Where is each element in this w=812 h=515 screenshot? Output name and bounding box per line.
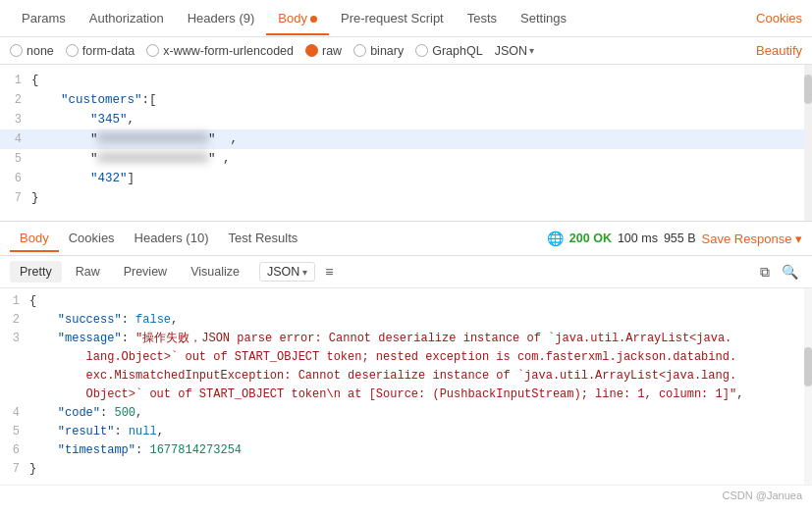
resp-line-4: 4 "code": 500, — [0, 404, 812, 423]
tab-settings[interactable]: Settings — [509, 3, 578, 35]
req-line-3: 3 "345", — [0, 110, 812, 129]
response-meta: 🌐 200 OK 100 ms 955 B Save Response ▾ — [547, 231, 802, 246]
copy-icon[interactable]: ⧉ — [760, 264, 770, 281]
tab-authorization[interactable]: Authorization — [78, 3, 176, 35]
chevron-down-icon: ▾ — [795, 232, 802, 246]
response-tab-cookies[interactable]: Cookies — [59, 226, 125, 252]
request-body-editor[interactable]: 1 { 2 "customers":[ 3 "345", 4 "XXXXXXXX… — [0, 65, 812, 222]
filter-icon[interactable]: ≡ — [325, 264, 333, 280]
chevron-down-icon: ▾ — [302, 267, 307, 278]
response-tabs-bar: Body Cookies Headers (10) Test Results 🌐… — [0, 222, 812, 256]
scrollbar-right[interactable] — [804, 65, 812, 221]
view-visualize-button[interactable]: Visualize — [181, 261, 249, 283]
resp-line-2: 2 "success": false, — [0, 311, 812, 330]
radio-raw[interactable]: raw — [305, 44, 342, 58]
req-line-6: 6 "432"] — [0, 169, 812, 188]
resp-line-7: 7 } — [0, 460, 812, 479]
chevron-down-icon: ▾ — [529, 45, 534, 56]
response-status: 200 OK — [569, 232, 612, 245]
response-size: 955 B — [664, 232, 696, 245]
tab-headers[interactable]: Headers (9) — [176, 3, 267, 35]
response-scrollbar[interactable] — [804, 288, 812, 485]
response-time: 100 ms — [618, 232, 658, 245]
req-line-2: 2 "customers":[ — [0, 90, 812, 110]
footer-credit: CSDN @Januea — [0, 485, 812, 505]
body-dot — [310, 16, 317, 23]
globe-icon: 🌐 — [547, 231, 564, 246]
radio-binary[interactable]: binary — [353, 44, 404, 58]
req-line-4: 4 "XXXXXXXXXXXXXXX" , — [0, 129, 812, 149]
view-raw-button[interactable]: Raw — [66, 261, 110, 283]
radio-none[interactable]: none — [10, 44, 54, 58]
response-tab-test-results[interactable]: Test Results — [218, 226, 307, 252]
tab-tests[interactable]: Tests — [456, 3, 509, 35]
body-type-row: none form-data x-www-form-urlencoded raw… — [0, 37, 812, 65]
req-line-5: 5 "XXXXXXXXXXXXXXX" , — [0, 149, 812, 169]
req-line-1: 1 { — [0, 71, 812, 90]
resp-line-6: 6 "timestamp": 1677814273254 — [0, 441, 812, 460]
tab-prerequest[interactable]: Pre-request Script — [329, 3, 456, 35]
view-preview-button[interactable]: Preview — [114, 261, 177, 283]
resp-line-3: 3 "message": "操作失败，JSON parse error: Can… — [0, 330, 812, 404]
response-body-code: 1 { 2 "success": false, 3 "message": "操作… — [0, 288, 812, 485]
resp-line-5: 5 "result": null, — [0, 423, 812, 441]
resp-line-1: 1 { — [0, 292, 812, 311]
search-icon[interactable]: 🔍 — [782, 264, 798, 281]
radio-none-circle — [10, 44, 23, 57]
response-tab-headers[interactable]: Headers (10) — [125, 226, 219, 252]
json-format-select[interactable]: JSON ▾ — [495, 44, 534, 58]
view-pretty-button[interactable]: Pretty — [10, 261, 62, 283]
cookies-button[interactable]: Cookies — [756, 11, 802, 26]
save-response-button[interactable]: Save Response ▾ — [702, 232, 802, 246]
response-tab-body[interactable]: Body — [10, 226, 59, 252]
top-nav-tabs: Params Authorization Headers (9) Body Pr… — [0, 0, 812, 37]
radio-form-data[interactable]: form-data — [66, 44, 135, 58]
tab-body[interactable]: Body — [266, 3, 329, 35]
beautify-button[interactable]: Beautify — [756, 43, 802, 58]
radio-binary-circle — [353, 44, 366, 57]
tab-params[interactable]: Params — [10, 3, 78, 35]
req-line-7: 7 } — [0, 188, 812, 208]
radio-urlencoded[interactable]: x-www-form-urlencoded — [146, 44, 294, 58]
radio-raw-circle — [305, 44, 318, 57]
radio-graphql[interactable]: GraphQL — [415, 44, 482, 58]
view-options-row: Pretty Raw Preview Visualize JSON ▾ ≡ ⧉ … — [0, 256, 812, 288]
radio-form-data-circle — [66, 44, 79, 57]
response-json-format-select[interactable]: JSON ▾ — [259, 262, 315, 282]
radio-graphql-circle — [415, 44, 428, 57]
radio-urlencoded-circle — [146, 44, 159, 57]
